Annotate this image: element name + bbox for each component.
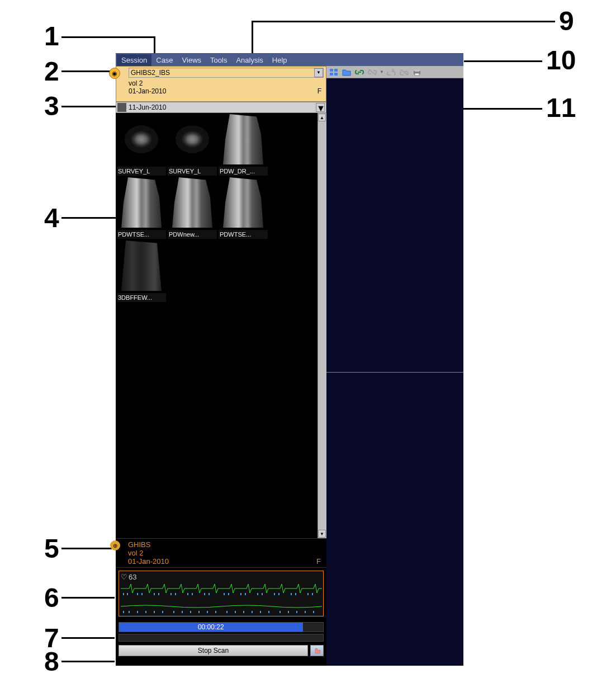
callout-6: 6 — [44, 582, 59, 613]
remove-link-icon[interactable] — [399, 67, 410, 77]
patient-icon[interactable]: ◉ — [109, 68, 120, 79]
svg-rect-47 — [330, 69, 333, 72]
dropdown-icon[interactable]: ▼ — [316, 103, 325, 112]
thumbnail[interactable]: PDW_DR_... — [219, 114, 268, 176]
callout-9: 9 — [559, 6, 574, 36]
callout-line — [61, 217, 116, 219]
thumbnail[interactable]: PDWTSE... — [117, 177, 166, 239]
thumbnail[interactable]: PDWnew... — [168, 177, 217, 239]
progress-area: 00:00:22 — [119, 622, 324, 642]
heart-rate-value: 63 — [129, 573, 136, 581]
application-window: Session Case Views Tools Analysis Help ◉… — [116, 53, 463, 666]
menu-session[interactable]: Session — [117, 54, 151, 66]
hand-icon — [312, 647, 321, 655]
menu-help[interactable]: Help — [268, 54, 292, 66]
callout-line — [61, 661, 115, 662]
svg-rect-50 — [334, 73, 338, 76]
stop-scan-button[interactable]: Stop Scan — [119, 645, 308, 656]
menu-bar: Session Case Views Tools Analysis Help — [116, 54, 463, 66]
callout-line — [61, 637, 115, 639]
menu-analysis[interactable]: Analysis — [231, 54, 267, 66]
thumbnail-image — [168, 177, 217, 230]
scrollbar[interactable]: ▲ ▼ — [318, 113, 326, 538]
callout-8: 8 — [44, 646, 59, 677]
link-icon[interactable] — [354, 67, 365, 77]
callout-line — [61, 106, 117, 107]
callout-10: 10 — [546, 45, 576, 76]
patient-volume: vol 2 — [129, 79, 324, 87]
thumbnail[interactable]: SURVEY_L — [168, 114, 217, 176]
patient-dob: 01-Jan-2010 — [129, 87, 324, 95]
thumbnail[interactable]: 3DBFFEW... — [117, 241, 166, 302]
progress-time: 00:00:22 — [198, 623, 224, 631]
progress-bar: 00:00:22 — [119, 622, 324, 632]
callout-5: 5 — [44, 533, 59, 564]
print-icon[interactable] — [411, 67, 423, 77]
scan-status-panel: ⊕ GHIBS vol 2 01-Jan-2010 F ♡ 63 — [116, 538, 326, 666]
thumbnail-label: SURVEY_L — [168, 167, 217, 176]
heart-icon: ♡ — [121, 573, 127, 581]
folder-icon[interactable] — [341, 67, 352, 77]
callout-line — [61, 70, 114, 72]
thumbnail-image — [219, 114, 268, 167]
right-toolbar: ▼ — [326, 66, 463, 78]
callout-3: 3 — [44, 91, 59, 121]
thumbnail-label: 3DBFFEW... — [117, 293, 166, 302]
callout-line — [252, 21, 555, 22]
thumbnail[interactable]: SURVEY_L — [117, 114, 166, 176]
menu-case[interactable]: Case — [151, 54, 177, 66]
thumbnail-panel: SURVEY_LSURVEY_LPDW_DR_...PDWTSE...PDWne… — [116, 113, 326, 538]
patient-info-bar: ◉ GHIBS2_IBS ▼ vol 2 01-Jan-2010 F — [116, 66, 326, 102]
thumbnail-label: SURVEY_L — [117, 167, 166, 176]
thumbnail-image — [219, 177, 268, 230]
add-link-icon[interactable] — [386, 67, 397, 77]
menu-tools[interactable]: Tools — [206, 54, 231, 66]
thumbnail-image — [117, 114, 166, 167]
callout-line — [464, 60, 542, 62]
progress-fill: 00:00:22 — [119, 623, 303, 632]
thumbnail-image — [117, 241, 166, 293]
thumbnail-label: PDWnew... — [168, 230, 217, 239]
grid-view-icon[interactable] — [328, 67, 339, 77]
exam-icon — [117, 103, 126, 112]
scan-sex: F — [316, 557, 321, 566]
callout-line — [61, 548, 116, 549]
progress-bar-secondary — [119, 634, 324, 642]
callout-line — [61, 597, 115, 599]
scroll-up-icon[interactable]: ▲ — [318, 114, 326, 121]
right-panel: ▼ — [326, 66, 463, 666]
callout-1: 1 — [44, 21, 59, 51]
lock-icon: ⊕ — [110, 540, 120, 550]
thumbnail-image — [117, 177, 166, 230]
scan-controls: Stop Scan — [119, 645, 324, 656]
dropdown-arrow-icon[interactable]: ▼ — [380, 69, 384, 74]
scan-volume: vol 2 — [128, 549, 322, 557]
manual-scan-icon[interactable] — [310, 645, 324, 656]
ecg-waveform — [121, 583, 322, 614]
scroll-down-icon[interactable]: ▼ — [318, 530, 326, 538]
callout-line — [61, 36, 155, 38]
exam-date-bar[interactable]: 11-Jun-2010 ▼ — [116, 102, 326, 113]
patient-details: vol 2 01-Jan-2010 F — [129, 79, 324, 95]
heart-rate: ♡ 63 — [121, 573, 136, 581]
thumbnail-image — [168, 114, 217, 167]
patient-sex: F — [318, 87, 321, 95]
menu-views[interactable]: Views — [178, 54, 206, 66]
callout-2: 2 — [44, 56, 59, 87]
callout-4: 4 — [44, 203, 59, 233]
patient-name-dropdown[interactable]: GHIBS2_IBS ▼ — [129, 68, 324, 78]
thumbnail-label: PDWTSE... — [219, 230, 268, 239]
exam-date: 11-Jun-2010 — [129, 103, 166, 111]
callout-11: 11 — [546, 92, 576, 123]
ecg-panel: ♡ 63 — [119, 571, 324, 616]
panel-divider — [326, 372, 463, 373]
scan-patient-name: GHIBS — [128, 540, 322, 549]
thumbnail-label: PDW_DR_... — [219, 167, 268, 176]
svg-rect-53 — [415, 73, 419, 76]
svg-rect-52 — [415, 69, 419, 72]
dropdown-icon[interactable]: ▼ — [314, 68, 323, 77]
unlink-icon[interactable] — [367, 67, 378, 77]
patient-name: GHIBS2_IBS — [131, 68, 170, 77]
svg-rect-49 — [330, 73, 333, 76]
thumbnail[interactable]: PDWTSE... — [219, 177, 268, 239]
